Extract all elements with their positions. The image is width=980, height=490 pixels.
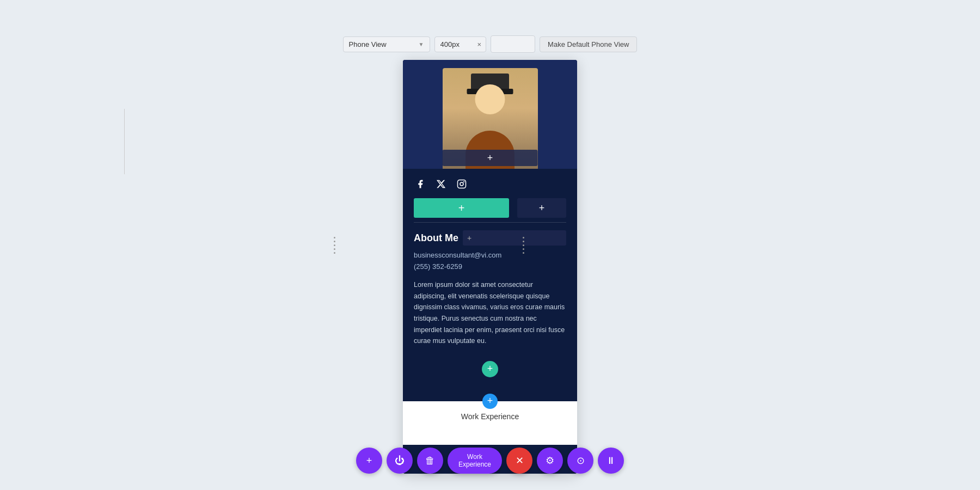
right-drag-handle[interactable] [521, 229, 525, 261]
add-bar-section: + + [403, 196, 577, 222]
svg-rect-0 [458, 180, 466, 188]
section-sep-icon: + [487, 395, 493, 407]
add-bar-button[interactable]: + [414, 198, 509, 218]
section-label-button[interactable]: Work Experience [448, 448, 502, 474]
drag-dot [334, 241, 335, 242]
history-button[interactable]: ⊙ [567, 448, 593, 474]
drag-dot [523, 244, 524, 246]
social-icons-row [403, 169, 577, 196]
left-drag-handle[interactable] [332, 229, 336, 261]
view-selector[interactable]: Phone View ▼ [343, 36, 430, 52]
section-separator: + [403, 383, 577, 401]
add-section-button[interactable]: + [356, 448, 382, 474]
left-divider [124, 109, 125, 174]
about-title-overlay[interactable]: + [463, 230, 566, 246]
work-experience-label: Work Experience [461, 412, 519, 421]
bottom-add-circle[interactable]: + [482, 361, 498, 377]
about-section: About Me + businessconsultant@vi.com (25… [403, 223, 577, 356]
top-toolbar: Phone View ▼ × Make Default Phone View [0, 35, 980, 53]
width-input[interactable] [435, 37, 473, 52]
bottom-add-circle-section: + [403, 356, 577, 383]
svg-point-1 [460, 182, 463, 186]
delete-button[interactable]: 🗑 [417, 448, 443, 474]
bottom-floating-toolbar: + ⏻ 🗑 Work Experience ✕ ⚙ ⊙ ⏸ [356, 448, 624, 474]
pause-icon: ⏸ [606, 455, 616, 467]
history-icon: ⊙ [577, 455, 585, 467]
add-section-icon: + [366, 455, 372, 467]
about-overlay-icon: + [467, 234, 471, 242]
view-selector-label: Phone View [349, 40, 387, 48]
width-input-group: × [434, 36, 487, 52]
pause-button[interactable]: ⏸ [598, 448, 624, 474]
power-button[interactable]: ⏻ [387, 448, 413, 474]
bottom-add-icon: + [487, 363, 493, 375]
svg-point-2 [463, 181, 464, 182]
add-bar-overlay[interactable]: + [517, 198, 566, 218]
section-label-text: Work Experience [456, 453, 493, 468]
drag-dot [334, 237, 335, 238]
toolbar-empty-field [491, 35, 535, 53]
image-add-overlay[interactable]: + [443, 150, 538, 166]
add-overlay-icon: + [539, 203, 545, 214]
drag-dot [334, 244, 335, 246]
drag-dot [523, 252, 524, 254]
twitter-x-icon[interactable] [434, 177, 448, 191]
drag-dot [334, 248, 335, 250]
close-button[interactable]: ✕ [506, 448, 532, 474]
person-head-shape [475, 84, 505, 114]
gear-icon: ⚙ [546, 455, 554, 467]
image-add-icon: + [487, 152, 493, 164]
bio-text: Lorem ipsum dolor sit amet consectetur a… [414, 279, 566, 352]
section-sep-add-circle[interactable]: + [482, 394, 498, 409]
email-display: businessconsultant@vi.com [414, 251, 566, 259]
clear-width-button[interactable]: × [473, 38, 486, 51]
trash-icon: 🗑 [425, 455, 435, 467]
drag-dot [523, 237, 524, 238]
power-icon: ⏻ [395, 455, 405, 467]
about-title-row: About Me + [414, 230, 566, 246]
drag-dot [334, 252, 335, 254]
settings-button[interactable]: ⚙ [537, 448, 563, 474]
close-icon: ✕ [516, 455, 524, 467]
drag-dot [523, 248, 524, 250]
facebook-icon[interactable] [414, 177, 427, 191]
phone-display: (255) 352-6259 [414, 262, 566, 271]
phone-preview: + + + [403, 60, 577, 474]
make-default-button[interactable]: Make Default Phone View [540, 36, 637, 52]
instagram-icon[interactable] [455, 177, 468, 191]
chevron-down-icon: ▼ [419, 41, 424, 47]
add-bar-icon: + [458, 202, 465, 215]
about-title: About Me [414, 232, 458, 244]
drag-dot [523, 241, 524, 242]
